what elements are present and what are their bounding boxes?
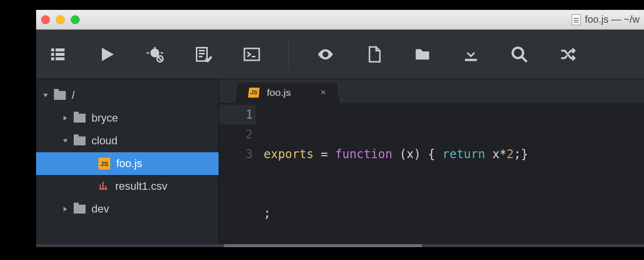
svg-rect-4 bbox=[51, 57, 54, 60]
svg-line-20 bbox=[522, 56, 527, 62]
chevron-down-icon bbox=[41, 92, 50, 98]
window-controls bbox=[41, 15, 80, 24]
editor-pane: JS foo.js × 1 2 3 exports = function (x)… bbox=[219, 79, 644, 247]
js-file-icon: JS bbox=[248, 87, 259, 97]
chevron-right-icon bbox=[61, 206, 70, 212]
js-file-icon: JS bbox=[98, 158, 110, 170]
window-title: foo.js — ~/w bbox=[585, 14, 640, 25]
debug-icon[interactable] bbox=[143, 43, 167, 66]
tree-item-label: foo.js bbox=[116, 157, 142, 170]
tree-item-label: result1.csv bbox=[115, 180, 167, 193]
main-area: / bryce cloud JS foo.js bbox=[36, 79, 644, 247]
scrollbar-track[interactable] bbox=[36, 244, 644, 247]
tree-item-label: cloud bbox=[92, 134, 118, 147]
ide-window: foo.js — ~/w bbox=[36, 10, 644, 247]
minimize-window-button[interactable] bbox=[56, 15, 65, 24]
toolbar-separator bbox=[288, 40, 289, 69]
tree-item-cloud[interactable]: cloud bbox=[36, 130, 219, 152]
code-content[interactable]: exports = function (x) { return x*2;} ; bbox=[264, 105, 644, 247]
line-number: 3 bbox=[219, 144, 256, 164]
line-gutter: 1 2 3 bbox=[219, 105, 264, 247]
tree-item-label: dev bbox=[92, 203, 109, 216]
tab-filename: foo.js bbox=[267, 87, 291, 98]
close-window-button[interactable] bbox=[41, 15, 50, 24]
play-icon[interactable] bbox=[94, 43, 118, 66]
titlebar: foo.js — ~/w bbox=[36, 10, 644, 30]
list-icon[interactable] bbox=[46, 43, 70, 66]
document-icon bbox=[572, 14, 581, 25]
line-number: 2 bbox=[219, 125, 256, 144]
tree-item-foo-js[interactable]: JS foo.js bbox=[36, 152, 219, 175]
editor-tabbar: JS foo.js × bbox=[219, 79, 644, 103]
chart-icon bbox=[98, 180, 109, 193]
folder-icon bbox=[74, 114, 86, 123]
file-icon[interactable] bbox=[362, 43, 386, 66]
search-icon[interactable] bbox=[507, 43, 531, 66]
svg-rect-5 bbox=[56, 57, 65, 60]
svg-marker-21 bbox=[43, 93, 48, 97]
svg-rect-0 bbox=[51, 48, 54, 51]
tree-item-label: bryce bbox=[92, 112, 118, 125]
svg-marker-23 bbox=[63, 139, 68, 142]
svg-rect-2 bbox=[51, 53, 54, 56]
scrollbar-thumb[interactable] bbox=[224, 244, 422, 247]
toolbar bbox=[36, 30, 644, 79]
tree-root[interactable]: / bbox=[36, 84, 219, 107]
terminal-icon[interactable] bbox=[240, 43, 264, 66]
chevron-down-icon bbox=[61, 138, 70, 144]
close-tab-button[interactable]: × bbox=[320, 87, 327, 97]
line-number: 1 bbox=[219, 105, 256, 125]
folder-icon bbox=[74, 205, 86, 214]
code-editor[interactable]: 1 2 3 exports = function (x) { return x*… bbox=[219, 103, 644, 247]
preview-icon[interactable] bbox=[314, 43, 337, 66]
editor-tab-foo-js[interactable]: JS foo.js × bbox=[234, 82, 341, 103]
tree-item-result1-csv[interactable]: result1.csv bbox=[36, 175, 219, 198]
zoom-window-button[interactable] bbox=[71, 15, 80, 24]
chevron-right-icon bbox=[61, 115, 70, 121]
folder-icon bbox=[54, 91, 66, 100]
shuffle-icon[interactable] bbox=[556, 43, 580, 66]
tree-item-dev[interactable]: dev bbox=[36, 198, 219, 220]
tree-item-bryce[interactable]: bryce bbox=[36, 107, 219, 130]
svg-point-19 bbox=[513, 47, 523, 58]
tree-root-label: / bbox=[72, 89, 75, 102]
svg-rect-1 bbox=[56, 48, 65, 51]
svg-marker-28 bbox=[63, 207, 67, 212]
svg-marker-6 bbox=[102, 47, 114, 61]
folder-icon bbox=[74, 136, 86, 145]
tasks-icon[interactable] bbox=[191, 43, 215, 66]
download-icon[interactable] bbox=[459, 43, 483, 66]
svg-rect-3 bbox=[56, 53, 65, 56]
file-tree: / bryce cloud JS foo.js bbox=[36, 79, 219, 247]
svg-rect-17 bbox=[244, 48, 259, 60]
folder-icon[interactable] bbox=[411, 43, 434, 66]
svg-marker-22 bbox=[63, 116, 67, 121]
